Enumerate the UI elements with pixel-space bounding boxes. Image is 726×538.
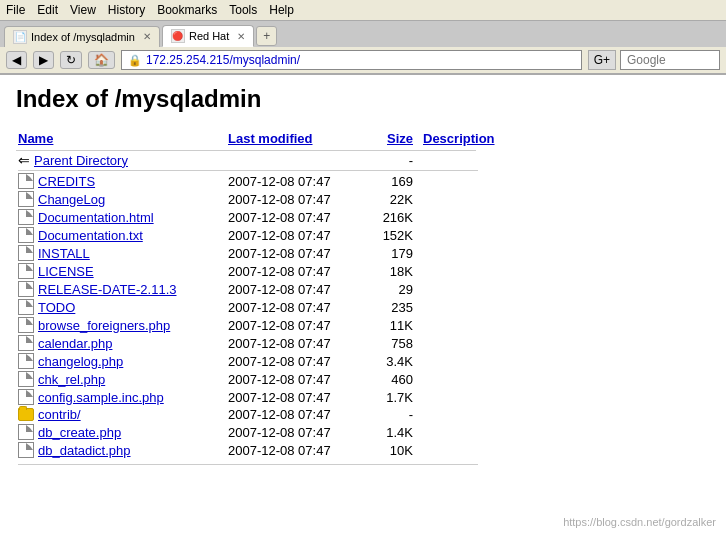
file-link[interactable]: calendar.php [38, 336, 112, 351]
menu-help[interactable]: Help [269, 3, 294, 17]
file-link[interactable]: chk_rel.php [38, 372, 105, 387]
tab-mysqladmin-label: Index of /mysqladmin [31, 31, 135, 43]
col-size-link[interactable]: Size [387, 131, 413, 146]
back-button[interactable]: ◀ [6, 51, 27, 69]
reload-button[interactable]: ↻ [60, 51, 82, 69]
table-row: INSTALL 2007-12-08 07:47 179 [16, 244, 710, 262]
tab-mysqladmin[interactable]: 📄 Index of /mysqladmin ✕ [4, 26, 160, 47]
file-icon [18, 335, 34, 351]
col-modified-link[interactable]: Last modified [228, 131, 313, 146]
file-link[interactable]: Documentation.html [38, 210, 154, 225]
cell-size: 29 [371, 280, 421, 298]
new-tab-button[interactable]: + [256, 26, 277, 46]
url-bar[interactable]: 🔒 172.25.254.215/mysqladmin/ [121, 50, 582, 70]
cell-name: ⇐ Parent Directory [16, 151, 226, 169]
file-link[interactable]: config.sample.inc.php [38, 390, 164, 405]
cell-name: db_datadict.php [16, 441, 226, 459]
cell-size: 758 [371, 334, 421, 352]
table-row: LICENSE 2007-12-08 07:47 18K [16, 262, 710, 280]
cell-modified: 2007-12-08 07:47 [226, 334, 371, 352]
file-link[interactable]: INSTALL [38, 246, 90, 261]
col-name-link[interactable]: Name [18, 131, 53, 146]
search-input[interactable] [620, 50, 720, 70]
folder-icon [18, 408, 34, 421]
file-icon [18, 191, 34, 207]
cell-desc [421, 280, 710, 298]
cell-desc [421, 352, 710, 370]
cell-desc [421, 334, 710, 352]
cell-size: 1.7K [371, 388, 421, 406]
url-lock-icon: 🔒 [128, 54, 142, 67]
file-link[interactable]: changelog.php [38, 354, 123, 369]
menu-edit[interactable]: Edit [37, 3, 58, 17]
cell-desc [421, 370, 710, 388]
tab-close-redhat[interactable]: ✕ [237, 31, 245, 42]
file-link[interactable]: Parent Directory [34, 153, 128, 168]
file-link[interactable]: CREDITS [38, 174, 95, 189]
col-header-modified: Last modified [226, 129, 371, 150]
file-link[interactable]: db_create.php [38, 425, 121, 440]
cell-modified: 2007-12-08 07:47 [226, 172, 371, 190]
cell-modified: 2007-12-08 07:47 [226, 316, 371, 334]
separator-row-end [16, 459, 710, 466]
cell-name: LICENSE [16, 262, 226, 280]
table-row: chk_rel.php 2007-12-08 07:47 460 [16, 370, 710, 388]
table-row: contrib/ 2007-12-08 07:47 - [16, 406, 710, 423]
file-link[interactable]: ChangeLog [38, 192, 105, 207]
col-header-name: Name [16, 129, 226, 150]
cell-desc [421, 441, 710, 459]
search-engine-button[interactable]: G+ [588, 50, 616, 70]
cell-size: - [371, 151, 421, 169]
file-icon [18, 389, 34, 405]
cell-desc [421, 226, 710, 244]
menu-tools[interactable]: Tools [229, 3, 257, 17]
page-title: Index of /mysqladmin [16, 85, 710, 113]
home-button[interactable]: 🏠 [88, 51, 115, 69]
cell-modified: 2007-12-08 07:47 [226, 226, 371, 244]
cell-name: calendar.php [16, 334, 226, 352]
file-link[interactable]: contrib/ [38, 407, 81, 422]
menu-bar: File Edit View History Bookmarks Tools H… [0, 0, 726, 21]
browser-chrome: File Edit View History Bookmarks Tools H… [0, 0, 726, 75]
page-content: Index of /mysqladmin Name Last modified … [0, 75, 726, 476]
file-link[interactable]: browse_foreigners.php [38, 318, 170, 333]
file-icon [18, 371, 34, 387]
cell-modified: 2007-12-08 07:47 [226, 244, 371, 262]
cell-name: chk_rel.php [16, 370, 226, 388]
cell-desc [421, 172, 710, 190]
cell-name: changelog.php [16, 352, 226, 370]
tab-redhat[interactable]: 🔴 Red Hat ✕ [162, 25, 254, 47]
table-row: browse_foreigners.php 2007-12-08 07:47 1… [16, 316, 710, 334]
menu-bookmarks[interactable]: Bookmarks [157, 3, 217, 17]
menu-view[interactable]: View [70, 3, 96, 17]
cell-name: ChangeLog [16, 190, 226, 208]
forward-button[interactable]: ▶ [33, 51, 54, 69]
table-row: ⇐ Parent Directory - [16, 151, 710, 169]
cell-modified: 2007-12-08 07:47 [226, 352, 371, 370]
table-row: changelog.php 2007-12-08 07:47 3.4K [16, 352, 710, 370]
file-link[interactable]: db_datadict.php [38, 443, 131, 458]
table-row: db_create.php 2007-12-08 07:47 1.4K [16, 423, 710, 441]
cell-size: 10K [371, 441, 421, 459]
cell-name: contrib/ [16, 406, 226, 423]
nav-bar: ◀ ▶ ↻ 🏠 🔒 172.25.254.215/mysqladmin/ G+ [0, 47, 726, 74]
file-link[interactable]: LICENSE [38, 264, 94, 279]
cell-name: CREDITS [16, 172, 226, 190]
col-desc-link[interactable]: Description [423, 131, 495, 146]
cell-name: RELEASE-DATE-2.11.3 [16, 280, 226, 298]
table-body: ⇐ Parent Directory - CREDITS 2007-12-08 … [16, 151, 710, 466]
file-icon [18, 299, 34, 315]
cell-size: 152K [371, 226, 421, 244]
menu-file[interactable]: File [6, 3, 25, 17]
cell-modified [226, 151, 371, 169]
cell-modified: 2007-12-08 07:47 [226, 208, 371, 226]
menu-history[interactable]: History [108, 3, 145, 17]
file-link[interactable]: RELEASE-DATE-2.11.3 [38, 282, 176, 297]
file-link[interactable]: TODO [38, 300, 75, 315]
file-link[interactable]: Documentation.txt [38, 228, 143, 243]
cell-modified: 2007-12-08 07:47 [226, 298, 371, 316]
cell-size: 3.4K [371, 352, 421, 370]
cell-modified: 2007-12-08 07:47 [226, 423, 371, 441]
tab-close-mysqladmin[interactable]: ✕ [143, 31, 151, 42]
cell-size: 235 [371, 298, 421, 316]
